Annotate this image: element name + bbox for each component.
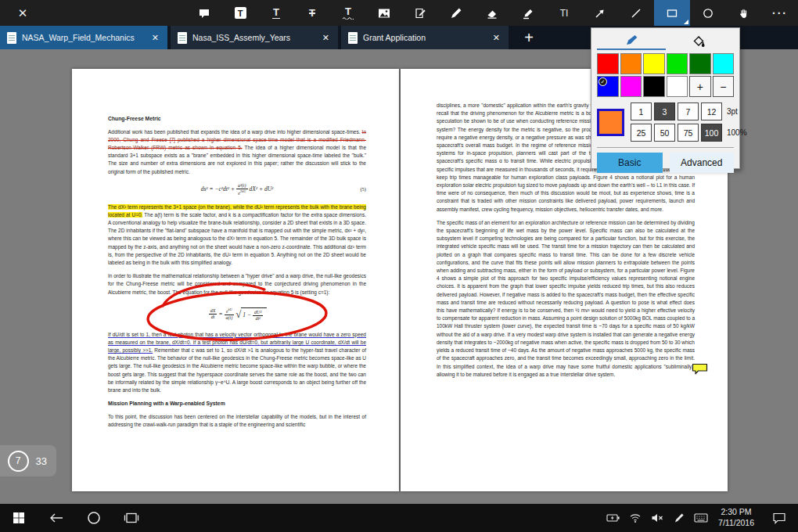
windows-start-icon[interactable] — [0, 504, 38, 532]
basic-button[interactable]: Basic — [597, 153, 663, 173]
eraser-icon[interactable] — [474, 0, 510, 26]
equation-geodesic: dXdt = ekUa(t)√1 − dU²dt² — [108, 307, 366, 322]
shape-style-popup: ✓+− 1 3 7 12 3pt 25 50 75 100 100% Basic… — [591, 27, 740, 169]
advanced-button[interactable]: Advanced — [670, 153, 735, 173]
doc-paragraph: If dU/dt is set to 1, then a test photon… — [108, 331, 366, 395]
annotation-toolbar: ✕ T T T T TI — [0, 0, 798, 26]
fraction: dXdt — [209, 308, 217, 320]
thickness-12-button[interactable]: 12 — [701, 102, 722, 120]
ink-pen-icon[interactable] — [438, 0, 474, 26]
volume-muted-icon[interactable] — [646, 504, 668, 532]
color-swatch[interactable] — [713, 53, 735, 74]
squiggly-underline-icon[interactable]: T — [330, 0, 366, 26]
doc-paragraph: The dX² term represents the 3+1 space (o… — [108, 203, 366, 268]
highlighter-pen-icon[interactable] — [510, 0, 546, 26]
doc-text: The a(t) term is the scale factor, and k… — [108, 212, 366, 265]
popup-divider — [597, 147, 734, 148]
pan-hand-icon[interactable] — [726, 0, 762, 26]
thickness-row: 1 3 7 12 3pt — [631, 102, 747, 120]
doc-paragraph: The specific mass of an element for an e… — [437, 219, 695, 379]
add-color-button[interactable]: + — [689, 76, 711, 97]
sticky-note-icon[interactable] — [692, 363, 708, 375]
document-icon — [348, 32, 358, 44]
document-icon — [178, 32, 187, 44]
line-icon[interactable] — [618, 0, 654, 26]
style-preview-swatch — [597, 109, 624, 136]
opacity-25-button[interactable]: 25 — [631, 124, 652, 142]
tab-nasa-iss-assemly-years[interactable]: Nasa_ISS_Assemly_Years ✕ — [171, 26, 338, 49]
tab-grant-application[interactable]: Grant Application ✕ — [341, 26, 509, 49]
color-swatch[interactable] — [620, 53, 642, 74]
total-pages-label: 33 — [36, 455, 47, 467]
equation-number: (5) — [360, 185, 366, 193]
tab-title: Nasa_ISS_Assemly_Years — [192, 33, 315, 42]
signature-icon[interactable] — [402, 0, 438, 26]
doc-paragraph: To this point, the discussion has been c… — [108, 413, 366, 429]
wifi-icon[interactable] — [624, 504, 646, 532]
comment-icon[interactable] — [186, 0, 222, 26]
task-view-icon[interactable] — [113, 504, 150, 532]
back-icon[interactable] — [38, 504, 75, 532]
close-icon[interactable]: ✕ — [5, 0, 41, 26]
thickness-3-button[interactable]: 3 — [654, 102, 675, 120]
stroke-color-tab[interactable] — [597, 32, 666, 50]
color-swatch[interactable] — [689, 53, 711, 74]
doc-paragraph: Additional work has been published that … — [108, 128, 366, 176]
windows-taskbar: 2:30 PM 7/11/2016 — [0, 504, 798, 532]
touch-keyboard-icon[interactable] — [690, 504, 712, 532]
color-swatch[interactable] — [620, 76, 642, 97]
remove-color-button[interactable]: − — [713, 76, 735, 97]
popup-mode-buttons: Basic Advanced — [597, 153, 734, 173]
underline-text-icon[interactable]: T — [258, 0, 294, 26]
ellipse-icon[interactable] — [690, 0, 726, 26]
more-tools-icon[interactable]: ··· — [762, 0, 798, 26]
opacity-75-button[interactable]: 75 — [678, 124, 699, 142]
strikeout-text-icon[interactable]: T — [294, 0, 330, 26]
page-indicator[interactable]: 7 33 — [0, 445, 56, 476]
thickness-1-button[interactable]: 1 — [631, 102, 652, 120]
tab-close-icon[interactable]: ✕ — [149, 33, 161, 43]
new-tab-button[interactable]: + — [512, 26, 546, 49]
fill-color-tab[interactable] — [666, 32, 735, 50]
brush-icon — [624, 34, 638, 47]
action-center-icon[interactable] — [760, 504, 798, 532]
fraction: a²(t)e2kU — [236, 183, 247, 196]
color-swatch[interactable] — [643, 53, 665, 74]
doc-text: To this point, the discussion has been c… — [108, 414, 366, 427]
image-stamp-icon[interactable] — [366, 0, 402, 26]
time-label: 2:30 PM — [718, 507, 754, 518]
thickness-7-button[interactable]: 7 — [678, 102, 699, 120]
tab-close-icon[interactable]: ✕ — [320, 33, 332, 43]
toolbar-tool-group: T T T T TI — [186, 0, 798, 26]
doc-heading: Chung-Freese Metric — [108, 115, 366, 124]
current-page-badge: 7 — [8, 451, 29, 472]
opacity-50-button[interactable]: 50 — [654, 124, 675, 142]
pdf-page-left[interactable]: Chung-Freese MetricAdditional work has b… — [72, 69, 399, 491]
pen-icon[interactable] — [668, 504, 690, 532]
doc-heading: Mission Planning with a Warp-enabled Sys… — [108, 400, 366, 408]
color-swatch[interactable] — [667, 76, 688, 97]
color-swatch[interactable] — [667, 53, 688, 74]
battery-icon[interactable] — [602, 504, 624, 532]
paint-bucket-icon — [692, 35, 706, 48]
date-label: 7/11/2016 — [718, 518, 754, 529]
highlight-text-icon[interactable]: T — [222, 0, 258, 26]
opacity-100-button[interactable]: 100 — [701, 124, 722, 142]
color-swatch[interactable]: ✓ — [597, 76, 619, 97]
selected-check-icon: ✓ — [598, 77, 607, 86]
cortana-search-icon[interactable] — [75, 504, 113, 532]
free-text-icon[interactable]: TI — [546, 0, 582, 26]
arrow-icon[interactable] — [582, 0, 618, 26]
opacity-value-label: 100% — [727, 128, 747, 137]
rectangle-icon[interactable] — [654, 0, 690, 26]
doc-text: Additional work has been published that … — [108, 129, 362, 135]
tab-title: NASA_Warp_Field_Mechanics — [22, 33, 144, 42]
equation-5: ds² = −c²dt² + a²(t)e2kU dX² + dU²(5) — [108, 183, 366, 196]
color-swatch[interactable] — [597, 53, 619, 74]
color-swatch[interactable] — [643, 76, 665, 97]
thickness-value-label: 3pt — [727, 107, 738, 116]
tab-nasa-warp-field-mechanics[interactable]: NASA_Warp_Field_Mechanics ✕ — [0, 26, 167, 49]
doc-text: In order to illustrate the mathematical … — [108, 273, 366, 294]
tab-close-icon[interactable]: ✕ — [491, 33, 502, 43]
taskbar-clock[interactable]: 2:30 PM 7/11/2016 — [712, 507, 760, 528]
